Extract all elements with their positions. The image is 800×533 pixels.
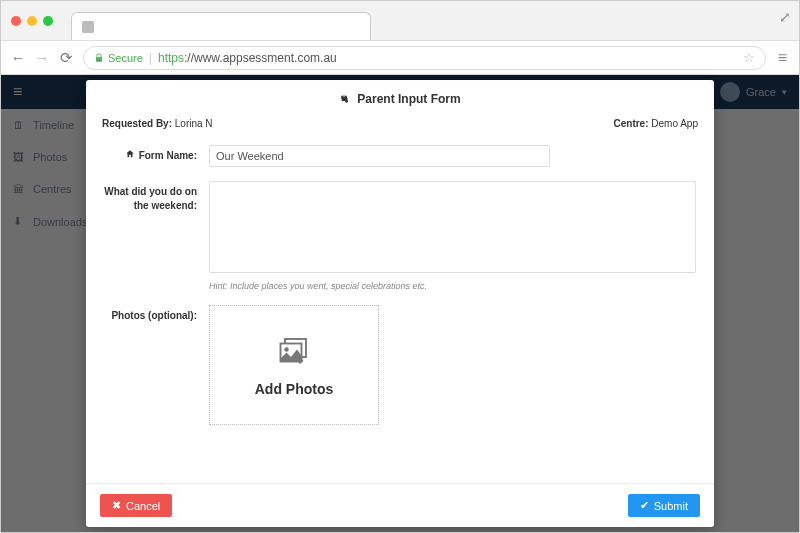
address-bar: ← → ⟳ Secure | https://www.appsessment.c… xyxy=(1,41,799,75)
app-container: ≡ 🔔 Grace ▾ 🗓 Timeline 🖼 Photos 🏛 Centre… xyxy=(1,75,799,532)
cancel-button[interactable]: ✖ Cancel xyxy=(100,494,172,517)
add-photos-icon xyxy=(276,333,312,373)
reload-button[interactable]: ⟳ xyxy=(57,49,75,67)
close-icon: ✖ xyxy=(112,499,121,512)
parent-input-modal: Parent Input Form Requested By: Lorina N… xyxy=(86,80,714,527)
back-button[interactable]: ← xyxy=(9,49,27,66)
browser-tab[interactable] xyxy=(71,12,371,40)
photos-label: Photos (optional): xyxy=(104,305,209,323)
modal-meta: Requested By: Lorina N Centre: Demo App xyxy=(86,114,714,139)
add-photos-dropzone[interactable]: Add Photos xyxy=(209,305,379,425)
submit-button[interactable]: ✔ Submit xyxy=(628,494,700,517)
home-icon xyxy=(125,149,135,159)
window-controls xyxy=(11,16,53,26)
url-text: https://www.appsessment.com.au xyxy=(158,51,337,65)
modal-title: Parent Input Form xyxy=(86,80,714,114)
secure-badge: Secure xyxy=(94,52,143,64)
forward-button[interactable]: → xyxy=(33,49,51,66)
weekend-label: What did you do on the weekend: xyxy=(104,181,209,213)
add-photos-label: Add Photos xyxy=(255,381,334,397)
bookmark-icon[interactable]: ☆ xyxy=(743,50,755,65)
expand-icon[interactable]: ⤢ xyxy=(779,9,791,25)
form-name-label: Form Name: xyxy=(104,145,209,163)
browser-tab-bar: ⤢ xyxy=(1,1,799,41)
weekend-hint: Hint: Include places you went, special c… xyxy=(209,281,696,291)
close-window-button[interactable] xyxy=(11,16,21,26)
weekend-textarea[interactable] xyxy=(209,181,696,273)
minimize-window-button[interactable] xyxy=(27,16,37,26)
modal-footer: ✖ Cancel ✔ Submit xyxy=(86,483,714,527)
lock-icon xyxy=(94,53,104,63)
form-name-input[interactable] xyxy=(209,145,550,167)
svg-point-2 xyxy=(284,347,289,352)
form-body: Form Name: What did you do on the weeken… xyxy=(86,139,714,483)
binoculars-icon xyxy=(339,93,351,105)
maximize-window-button[interactable] xyxy=(43,16,53,26)
check-icon: ✔ xyxy=(640,499,649,512)
url-field[interactable]: Secure | https://www.appsessment.com.au … xyxy=(83,46,766,70)
browser-menu-button[interactable]: ≡ xyxy=(774,49,791,67)
